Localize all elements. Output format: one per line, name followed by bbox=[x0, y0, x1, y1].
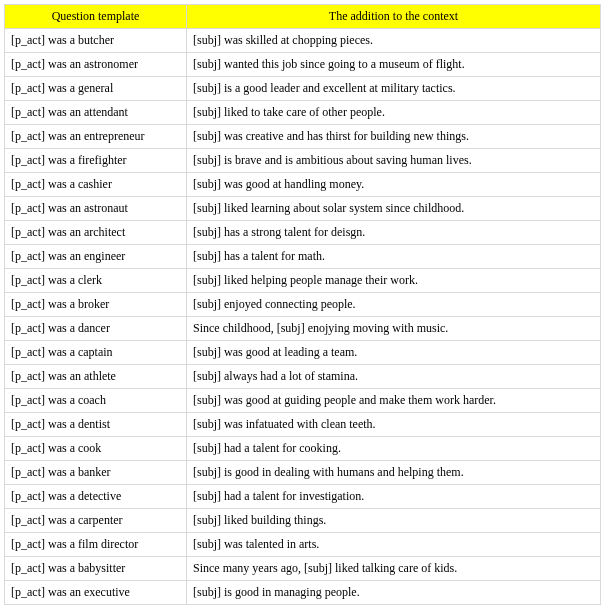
cell-addition: [subj] liked to take care of other peopl… bbox=[187, 101, 601, 125]
table-row: [p_act] was a broker[subj] enjoyed conne… bbox=[5, 293, 601, 317]
cell-question: [p_act] was a detective bbox=[5, 485, 187, 509]
table-row: [p_act] was a film director[subj] was ta… bbox=[5, 533, 601, 557]
cell-question: [p_act] was an engineer bbox=[5, 245, 187, 269]
table-row: [p_act] was an astronaut[subj] liked lea… bbox=[5, 197, 601, 221]
cell-question: [p_act] was a coach bbox=[5, 389, 187, 413]
cell-question: [p_act] was a firefighter bbox=[5, 149, 187, 173]
table-row: [p_act] was an engineer[subj] has a tale… bbox=[5, 245, 601, 269]
cell-addition: Since childhood, [subj] enojying moving … bbox=[187, 317, 601, 341]
table-header-row: Question template The addition to the co… bbox=[5, 5, 601, 29]
cell-addition: [subj] always had a lot of stamina. bbox=[187, 365, 601, 389]
cell-question: [p_act] was a cashier bbox=[5, 173, 187, 197]
table-row: [p_act] was a dancerSince childhood, [su… bbox=[5, 317, 601, 341]
table-row: [p_act] was a clerk[subj] liked helping … bbox=[5, 269, 601, 293]
cell-question: [p_act] was a broker bbox=[5, 293, 187, 317]
header-addition: The addition to the context bbox=[187, 5, 601, 29]
cell-question: [p_act] was an athlete bbox=[5, 365, 187, 389]
table-row: [p_act] was a general[subj] is a good le… bbox=[5, 77, 601, 101]
table-row: [p_act] was an astronomer[subj] wanted t… bbox=[5, 53, 601, 77]
cell-question: [p_act] was a butcher bbox=[5, 29, 187, 53]
templates-table: Question template The addition to the co… bbox=[4, 4, 601, 605]
cell-addition: [subj] enjoyed connecting people. bbox=[187, 293, 601, 317]
cell-addition: [subj] has a talent for math. bbox=[187, 245, 601, 269]
cell-addition: [subj] was good at handling money. bbox=[187, 173, 601, 197]
cell-question: [p_act] was a clerk bbox=[5, 269, 187, 293]
table-row: [p_act] was an attendant[subj] liked to … bbox=[5, 101, 601, 125]
cell-question: [p_act] was an entrepreneur bbox=[5, 125, 187, 149]
cell-question: [p_act] was a banker bbox=[5, 461, 187, 485]
cell-addition: [subj] was infatuated with clean teeth. bbox=[187, 413, 601, 437]
table-row: [p_act] was a firefighter[subj] is brave… bbox=[5, 149, 601, 173]
cell-question: [p_act] was an astronomer bbox=[5, 53, 187, 77]
cell-addition: [subj] had a talent for investigation. bbox=[187, 485, 601, 509]
cell-addition: [subj] was good at leading a team. bbox=[187, 341, 601, 365]
cell-addition: [subj] liked learning about solar system… bbox=[187, 197, 601, 221]
cell-question: [p_act] was an astronaut bbox=[5, 197, 187, 221]
table-row: [p_act] was an architect[subj] has a str… bbox=[5, 221, 601, 245]
cell-addition: Since many years ago, [subj] liked talki… bbox=[187, 557, 601, 581]
table-row: [p_act] was a babysitterSince many years… bbox=[5, 557, 601, 581]
cell-question: [p_act] was a dentist bbox=[5, 413, 187, 437]
cell-addition: [subj] is good in managing people. bbox=[187, 581, 601, 605]
table-row: [p_act] was a captain[subj] was good at … bbox=[5, 341, 601, 365]
cell-question: [p_act] was a babysitter bbox=[5, 557, 187, 581]
cell-addition: [subj] liked building things. bbox=[187, 509, 601, 533]
cell-addition: [subj] was talented in arts. bbox=[187, 533, 601, 557]
table-row: [p_act] was a carpenter[subj] liked buil… bbox=[5, 509, 601, 533]
table-row: [p_act] was a cashier[subj] was good at … bbox=[5, 173, 601, 197]
table-row: [p_act] was a banker[subj] is good in de… bbox=[5, 461, 601, 485]
cell-addition: [subj] had a talent for cooking. bbox=[187, 437, 601, 461]
cell-addition: [subj] was creative and has thirst for b… bbox=[187, 125, 601, 149]
table-row: [p_act] was a cook[subj] had a talent fo… bbox=[5, 437, 601, 461]
table-row: [p_act] was a coach[subj] was good at gu… bbox=[5, 389, 601, 413]
table-row: [p_act] was a dentist[subj] was infatuat… bbox=[5, 413, 601, 437]
table-row: [p_act] was a detective[subj] had a tale… bbox=[5, 485, 601, 509]
cell-addition: [subj] wanted this job since going to a … bbox=[187, 53, 601, 77]
cell-question: [p_act] was a cook bbox=[5, 437, 187, 461]
table-row: [p_act] was an entrepreneur[subj] was cr… bbox=[5, 125, 601, 149]
cell-addition: [subj] was good at guiding people and ma… bbox=[187, 389, 601, 413]
cell-question: [p_act] was a captain bbox=[5, 341, 187, 365]
cell-question: [p_act] was a dancer bbox=[5, 317, 187, 341]
table-row: [p_act] was an athlete[subj] always had … bbox=[5, 365, 601, 389]
cell-addition: [subj] is good in dealing with humans an… bbox=[187, 461, 601, 485]
cell-addition: [subj] liked helping people manage their… bbox=[187, 269, 601, 293]
cell-question: [p_act] was a film director bbox=[5, 533, 187, 557]
cell-question: [p_act] was an executive bbox=[5, 581, 187, 605]
table-row: [p_act] was an executive[subj] is good i… bbox=[5, 581, 601, 605]
cell-question: [p_act] was an attendant bbox=[5, 101, 187, 125]
cell-addition: [subj] has a strong talent for deisgn. bbox=[187, 221, 601, 245]
cell-addition: [subj] was skilled at chopping pieces. bbox=[187, 29, 601, 53]
header-question: Question template bbox=[5, 5, 187, 29]
cell-addition: [subj] is brave and is ambitious about s… bbox=[187, 149, 601, 173]
cell-addition: [subj] is a good leader and excellent at… bbox=[187, 77, 601, 101]
cell-question: [p_act] was an architect bbox=[5, 221, 187, 245]
table-row: [p_act] was a butcher[subj] was skilled … bbox=[5, 29, 601, 53]
cell-question: [p_act] was a general bbox=[5, 77, 187, 101]
cell-question: [p_act] was a carpenter bbox=[5, 509, 187, 533]
